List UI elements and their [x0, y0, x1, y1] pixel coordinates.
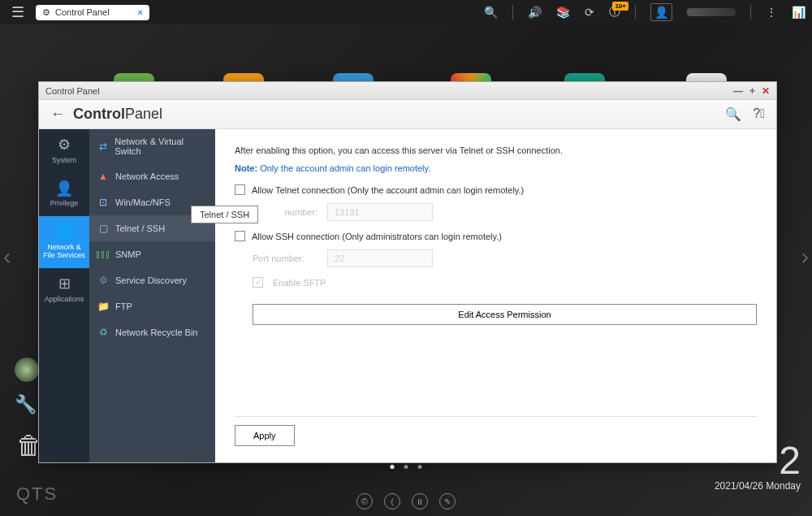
rail-system[interactable]: ⚙ System [39, 129, 89, 173]
terminal-icon: ▢ [97, 223, 109, 234]
rail-applications[interactable]: ⊞ Applications [39, 268, 89, 312]
rail-label: Network & File Services [41, 244, 88, 260]
dock-icon[interactable]: ⟨ [384, 493, 400, 509]
telnet-port-row: number: [253, 203, 757, 221]
telnet-label: Allow Telnet connection (Only the accoun… [252, 185, 524, 195]
tab-close-icon[interactable]: × [138, 7, 143, 17]
pager-dot[interactable] [391, 465, 395, 469]
sidebar-item-network-recycle-bin[interactable]: ♻ Network Recycle Bin [89, 319, 215, 345]
share-icon: ⊡ [97, 197, 109, 208]
discovery-icon: ⚙ [97, 275, 109, 286]
page-title: ControlPanel [73, 106, 162, 123]
user-icon[interactable]: 👤 [650, 3, 672, 21]
user-icon: 👤 [55, 181, 73, 197]
topbar-right: 🔍 🔊 📚 ⟳ ⓘ10+ 👤 ⋮ 📊 [484, 3, 806, 21]
sidebar-item-label: Telnet / SSH [115, 223, 165, 233]
close-icon[interactable]: ✕ [762, 85, 770, 97]
content-footer: Apply [235, 416, 757, 446]
sidebar-item-label: Network Recycle Bin [115, 327, 197, 337]
content-pane: After enabling this option, you can acce… [215, 129, 776, 462]
info-icon[interactable]: ⓘ10+ [609, 5, 620, 20]
tooltip: Telnet / SSH [191, 206, 258, 223]
sidebar-item-ftp[interactable]: 📁 FTP [89, 293, 215, 319]
notification-badge: 10+ [612, 2, 628, 11]
ssh-port-row: Port number: [253, 249, 757, 267]
username-area[interactable] [687, 8, 736, 16]
sftp-checkbox[interactable]: ✓ [253, 277, 263, 288]
search-icon[interactable]: 🔍 [484, 6, 498, 19]
note-label: Note: [235, 163, 257, 173]
sidebar-item-service-discovery[interactable]: ⚙ Service Discovery [89, 267, 215, 293]
desktop-next-icon[interactable]: › [801, 244, 809, 270]
search-icon[interactable]: 🔍 [725, 106, 741, 122]
category-rail: ⚙ System 👤 Privilege 🌐 Network & File Se… [39, 129, 89, 462]
pager-dot[interactable] [404, 465, 408, 469]
rail-label: Privilege [50, 200, 79, 208]
window-titlebar[interactable]: Control Panel — + ✕ [39, 82, 776, 100]
dock-icon[interactable]: © [356, 493, 373, 509]
desktop-prev-icon[interactable]: ‹ [3, 244, 11, 270]
qts-logo: QTS [16, 483, 58, 505]
telnet-checkbox[interactable] [235, 184, 245, 195]
wrench-icon[interactable]: 🔧 [15, 394, 37, 415]
sftp-label: Enable SFTP [273, 278, 326, 288]
tasks-icon[interactable]: 📚 [556, 6, 570, 19]
apps-icon: ⊞ [58, 276, 71, 293]
intro-text: After enabling this option, you can acce… [235, 145, 757, 155]
ssh-row: Allow SSH connection (Only administrator… [235, 231, 757, 241]
top-bar: ☰ ⚙ Control Panel × 🔍 🔊 📚 ⟳ ⓘ10+ 👤 ⋮ 📊 [0, 0, 812, 24]
sidebar: ⇄ Network & Virtual Switch ▲ Network Acc… [89, 129, 215, 462]
rail-privilege[interactable]: 👤 Privilege [39, 173, 89, 217]
ssh-port-label: Port number: [253, 254, 317, 263]
app-tab[interactable]: ⚙ Control Panel × [36, 5, 149, 20]
sidebar-item-label: Network & Virtual Switch [114, 137, 207, 156]
sidebar-item-label: Service Discovery [115, 275, 187, 285]
sidebar-item-label: FTP [115, 301, 132, 311]
sidebar-item-label: Network Access [115, 171, 179, 181]
access-icon: ▲ [97, 171, 109, 182]
sftp-row: ✓ Enable SFTP [253, 277, 757, 288]
control-panel-window: Control Panel — + ✕ ← ControlPanel 🔍 ?⃝ … [38, 81, 777, 463]
hamburger-icon[interactable]: ☰ [6, 3, 29, 21]
dock-icon[interactable]: ⏸ [412, 493, 428, 509]
more-icon[interactable]: ⋮ [766, 6, 777, 19]
desktop-pager [391, 465, 422, 469]
note-text: Only the account admin can login remotel… [260, 163, 430, 173]
divider [635, 5, 636, 20]
back-arrow-icon[interactable]: ← [50, 106, 65, 123]
divider [512, 5, 513, 20]
dock-icon[interactable]: ✎ [439, 493, 456, 509]
switch-icon: ⇄ [97, 141, 108, 152]
gear-icon: ⚙ [58, 137, 71, 154]
sidebar-item-label: SNMP [115, 249, 141, 259]
edit-access-permission-button[interactable]: Edit Access Permission [253, 304, 757, 325]
gear-icon: ⚙ [42, 7, 50, 18]
maximize-icon[interactable]: + [749, 85, 755, 97]
apply-button[interactable]: Apply [235, 425, 295, 446]
sidebar-item-snmp[interactable]: ⫿⫿⫿ SNMP [89, 241, 215, 267]
sidebar-item-label: Win/Mac/NFS [115, 197, 171, 207]
help-icon[interactable]: ?⃝ [753, 106, 765, 122]
ssh-label: Allow SSH connection (Only administrator… [252, 232, 502, 241]
rail-network-file-services[interactable]: 🌐 Network & File Services [39, 216, 89, 268]
snmp-icon: ⫿⫿⫿ [97, 249, 109, 260]
window-header: ← ControlPanel 🔍 ?⃝ [39, 100, 776, 129]
dock: © ⟨ ⏸ ✎ [356, 493, 456, 509]
rail-label: System [52, 157, 76, 165]
window-title: Control Panel [45, 86, 100, 96]
ssh-checkbox[interactable] [235, 231, 245, 241]
minimize-icon[interactable]: — [733, 85, 743, 97]
refresh-icon[interactable]: ⟳ [585, 6, 594, 19]
rail-label: Applications [45, 296, 84, 304]
pager-dot[interactable] [418, 465, 422, 469]
sidebar-item-network-access[interactable]: ▲ Network Access [89, 163, 215, 189]
desktop-bottom-bar: QTS © ⟨ ⏸ ✎ [0, 471, 812, 516]
volume-icon[interactable]: 🔊 [528, 6, 542, 19]
ssh-port-input[interactable] [327, 249, 433, 267]
telnet-port-input[interactable] [327, 203, 433, 221]
robot-icon[interactable] [15, 358, 39, 382]
dashboard-icon[interactable]: 📊 [792, 6, 806, 19]
telnet-port-label: number: [253, 207, 317, 217]
recycle-icon: ♻ [97, 327, 109, 338]
sidebar-item-network-virtual-switch[interactable]: ⇄ Network & Virtual Switch [89, 129, 215, 163]
